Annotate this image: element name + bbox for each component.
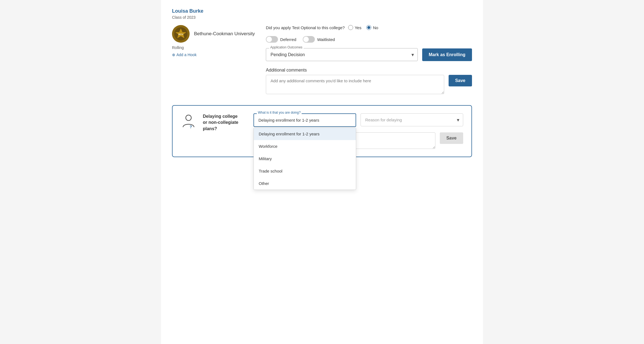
school-type: Rolling [172, 45, 255, 50]
test-optional-row: Did you apply Test Optional to this coll… [266, 25, 472, 30]
waitlisted-label: Waitlisted [317, 37, 335, 42]
school-info: BCU Bethune-Cookman University [172, 25, 255, 43]
dropdown-item-other[interactable]: Other [254, 177, 356, 190]
add-hook-button[interactable]: ⊕ Add a Hook [172, 53, 197, 57]
yes-radio-label[interactable]: Yes [348, 25, 361, 30]
mark-enrolling-button[interactable]: Mark as Enrolling [422, 48, 472, 61]
comments-label: Additional comments [266, 68, 472, 73]
dropdown-item-trade[interactable]: Trade school [254, 165, 356, 177]
outcome-select-wrapper: Application Outcomes Pending Decision Ac… [266, 48, 418, 61]
svg-point-4 [186, 115, 191, 121]
delay-title-line1: Delaying college [203, 114, 238, 119]
dropdown-trade-label: Trade school [259, 169, 282, 173]
comments-row: Save [266, 75, 472, 94]
delay-save-button[interactable]: Save [440, 132, 463, 144]
outcome-field-label: Application Outcomes [269, 45, 304, 49]
student-info: Louisa Burke Class of 2023 [172, 8, 472, 20]
school-logo: BCU [172, 25, 190, 43]
svg-text:BCU: BCU [178, 33, 183, 36]
no-radio-input[interactable] [366, 25, 371, 30]
dropdown-workforce-label: Workforce [259, 144, 277, 149]
reason-select-wrapper: Reason for delaying ▾ [361, 113, 463, 126]
waitlisted-toggle-item: Waitlisted [303, 36, 335, 43]
delay-section-inner: ? Delaying college or non-collegiate pla… [181, 113, 463, 149]
left-column: BCU Bethune-Cookman University Rolling ⊕… [172, 25, 255, 57]
person-question-icon: ? [181, 113, 196, 129]
comments-section: Additional comments Save [266, 68, 472, 94]
what-doing-display[interactable]: Delaying enrollment for 1-2 years [253, 113, 356, 127]
test-optional-question: Did you apply Test Optional to this coll… [266, 25, 345, 30]
deferred-toggle[interactable] [266, 36, 278, 43]
deferred-toggle-item: Deferred [266, 36, 296, 43]
student-class: Class of 2023 [172, 15, 472, 20]
school-name: Bethune-Cookman University [194, 31, 255, 37]
school-seal-icon: BCU [173, 26, 189, 42]
yes-radio-input[interactable] [348, 25, 353, 30]
right-column: Did you apply Test Optional to this coll… [266, 25, 472, 97]
comments-textarea[interactable] [266, 75, 444, 94]
plus-circle-icon: ⊕ [172, 53, 175, 57]
dropdown-item-workforce[interactable]: Workforce [254, 140, 356, 152]
outcome-select[interactable]: Pending Decision Accepted Denied Waitlis… [266, 48, 418, 61]
no-radio-text: No [373, 25, 378, 30]
test-optional-radio-group: Yes No [348, 25, 378, 30]
delay-form: What is it that you are doing? Delaying … [253, 113, 463, 149]
waitlisted-toggle[interactable] [303, 36, 315, 43]
yes-radio-text: Yes [355, 25, 361, 30]
what-doing-field-label: What is it that you are doing? [257, 111, 302, 114]
dropdown-military-label: Military [259, 156, 272, 161]
dropdown-other-label: Other [259, 181, 269, 186]
what-doing-dropdown: Delaying enrollment for 1-2 years Workfo… [253, 127, 356, 190]
top-section: BCU Bethune-Cookman University Rolling ⊕… [172, 25, 472, 97]
delay-label: Delaying college or non-collegiate plans… [203, 113, 247, 132]
dropdown-item-military[interactable]: Military [254, 152, 356, 165]
deferred-label: Deferred [280, 37, 296, 42]
dropdown-delay-label: Delaying enrollment for 1-2 years [259, 132, 320, 136]
page-container: Louisa Burke Class of 2023 BCU Bethune-C… [161, 0, 483, 344]
add-hook-label: Add a Hook [176, 53, 197, 57]
save-comments-button[interactable]: Save [449, 75, 472, 86]
reason-select[interactable]: Reason for delaying [361, 113, 463, 126]
delay-section: ? Delaying college or non-collegiate pla… [172, 105, 472, 157]
outcome-row: Application Outcomes Pending Decision Ac… [266, 48, 472, 61]
what-doing-selected-text: Delaying enrollment for 1-2 years [258, 118, 319, 122]
dropdown-item-delay[interactable]: Delaying enrollment for 1-2 years [254, 128, 356, 140]
what-doing-select-wrapper: What is it that you are doing? Delaying … [253, 113, 356, 127]
delay-title-line2: or non-collegiate [203, 120, 238, 125]
student-name: Louisa Burke [172, 8, 472, 14]
what-doing-row: What is it that you are doing? Delaying … [253, 113, 463, 127]
no-radio-label[interactable]: No [366, 25, 378, 30]
svg-text:?: ? [190, 125, 192, 129]
delay-title-line3: plans? [203, 126, 217, 131]
toggles-row: Deferred Waitlisted [266, 36, 472, 43]
